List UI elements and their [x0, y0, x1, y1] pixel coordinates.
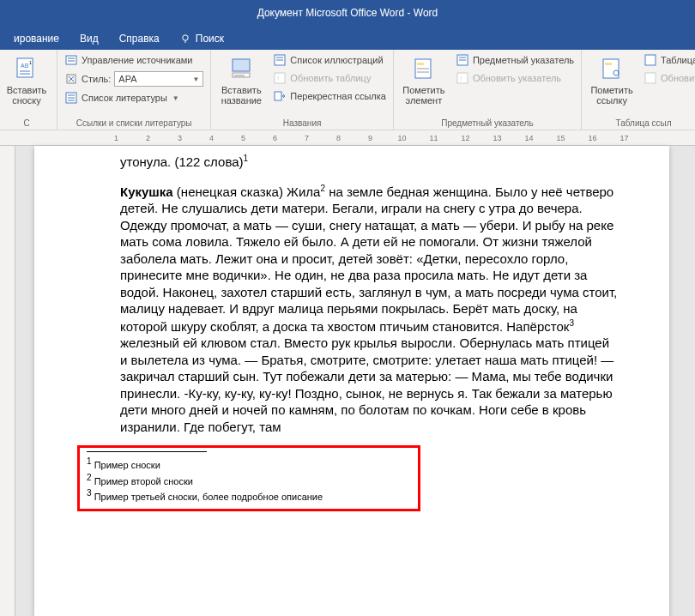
insert-footnote-label: Вставить сноску [3, 85, 50, 106]
bibliography-button[interactable]: Список литературы ▼ [63, 90, 205, 106]
svg-rect-7 [66, 56, 76, 64]
citation-style-dropdown[interactable]: Стиль: APA ▼ [63, 70, 205, 88]
mark-citation-button[interactable]: Пометить ссылку [587, 52, 637, 109]
workspace: 1 2 3 4 5 6 7 8 9 10 11 12 13 14 15 16 1… [0, 130, 695, 616]
manage-sources-icon [64, 53, 78, 67]
insert-caption-button[interactable]: Вставить название [216, 52, 266, 109]
list-figures-icon [273, 53, 287, 67]
bibliography-icon [64, 91, 78, 105]
svg-rect-31 [457, 73, 468, 83]
paragraph-2[interactable]: Кукушка (ненецкая сказка) Жила2 на земле… [120, 183, 618, 436]
insert-footnote-button[interactable]: AB1 Вставить сноску [2, 52, 51, 109]
tell-me-label: Поиск [196, 33, 224, 45]
mark-citation-icon [599, 56, 625, 82]
footnote-ref-1[interactable]: 1 [244, 154, 249, 163]
ribbon-tabs: ирование Вид Справка Поиск [0, 26, 695, 50]
paragraph-1[interactable]: утонула. (122 слова)1 [120, 153, 618, 171]
lightbulb-icon [180, 33, 190, 44]
svg-rect-37 [645, 73, 656, 83]
mark-entry-button[interactable]: Пометить элемент [399, 52, 449, 109]
group-toa-label: Таблица ссыл [587, 117, 695, 128]
tab-view[interactable]: Вид [70, 27, 109, 50]
chevron-down-icon: ▼ [172, 94, 179, 102]
insert-toa-button[interactable]: Таблица [642, 52, 695, 68]
footnote-2[interactable]: 2 Пример второй сноски [87, 472, 411, 488]
svg-rect-36 [645, 55, 656, 65]
update-index-button: ! Обновить указатель [454, 70, 576, 86]
svg-text:AB: AB [21, 63, 29, 69]
footnote-icon: AB1 [14, 56, 39, 82]
svg-rect-34 [605, 63, 612, 65]
tab-partial[interactable]: ирование [3, 27, 70, 50]
group-footnote-label: С [2, 117, 51, 128]
update-table-icon: ! [273, 71, 287, 85]
svg-text:!: ! [460, 75, 462, 82]
footnote-3[interactable]: 3 Пример третьей сноски, более подробное… [87, 487, 411, 504]
horizontal-ruler[interactable]: 1 2 3 4 5 6 7 8 9 10 11 12 13 14 15 16 1… [0, 130, 695, 146]
ribbon-group-toa: Пометить ссылку Таблица Обновит Таблица … [582, 50, 695, 130]
mark-entry-icon [411, 56, 437, 82]
group-index-label: Предметный указатель [399, 117, 576, 128]
svg-rect-21 [275, 73, 285, 83]
ribbon-group-citations: Управление источниками Стиль: APA ▼ [57, 50, 211, 130]
svg-rect-23 [275, 92, 281, 100]
footnote-separator [87, 451, 207, 452]
chevron-down-icon: ▼ [192, 75, 199, 83]
svg-text:1: 1 [29, 60, 32, 65]
titlebar: Документ Microsoft Office Word - Word [0, 0, 695, 26]
crossref-icon [273, 89, 287, 103]
ribbon-group-index: Пометить элемент Предметный указатель ! … [394, 50, 582, 130]
manage-sources-button[interactable]: Управление источниками [63, 52, 205, 68]
update-toa-button: Обновит [642, 70, 695, 86]
mark-entry-label: Пометить элемент [401, 85, 447, 106]
svg-point-0 [183, 35, 188, 40]
ribbon-group-captions: Вставить название Список иллюстраций ! О… [211, 50, 394, 130]
update-index-icon: ! [456, 71, 469, 85]
ribbon: AB1 Вставить сноску С Управление источни… [0, 50, 695, 130]
insert-index-icon [456, 53, 469, 67]
update-table-button: ! Обновить таблицу [271, 70, 388, 86]
toa-icon [644, 53, 657, 67]
vertical-ruler[interactable] [0, 146, 15, 616]
style-icon [64, 72, 78, 86]
style-selectbox[interactable]: APA ▼ [114, 71, 203, 87]
cross-reference-button[interactable]: Перекрестная ссылка [271, 88, 388, 104]
group-captions-label: Названия [216, 117, 388, 128]
document-page[interactable]: утонула. (122 слова)1 Кукушка (ненецкая … [34, 146, 669, 616]
tell-me-search[interactable]: Поиск [170, 27, 234, 50]
tab-help[interactable]: Справка [109, 27, 170, 50]
update-toa-icon [644, 71, 657, 85]
title-text: Документ Microsoft Office Word - Word [257, 7, 438, 19]
footnote-1[interactable]: 1 Пример сноски [87, 456, 411, 472]
caption-icon [228, 56, 254, 82]
svg-text:!: ! [277, 75, 279, 82]
insert-table-figures-button[interactable]: Список иллюстраций [271, 52, 388, 68]
svg-rect-25 [417, 63, 424, 65]
insert-index-button[interactable]: Предметный указатель [454, 52, 576, 68]
document-text[interactable]: утонула. (122 слова)1 Кукушка (ненецкая … [120, 153, 618, 435]
group-citations-label: Ссылки и списки литературы [63, 117, 205, 128]
footnote-ref-3[interactable]: 3 [569, 318, 574, 328]
footnotes-highlight-box: 1 Пример сноски 2 Пример второй сноски 3… [77, 445, 420, 511]
svg-rect-15 [233, 59, 250, 71]
insert-caption-label: Вставить название [218, 85, 264, 106]
mark-citation-label: Пометить ссылку [589, 85, 635, 106]
ribbon-group-footnote: AB1 Вставить сноску С [0, 50, 57, 130]
